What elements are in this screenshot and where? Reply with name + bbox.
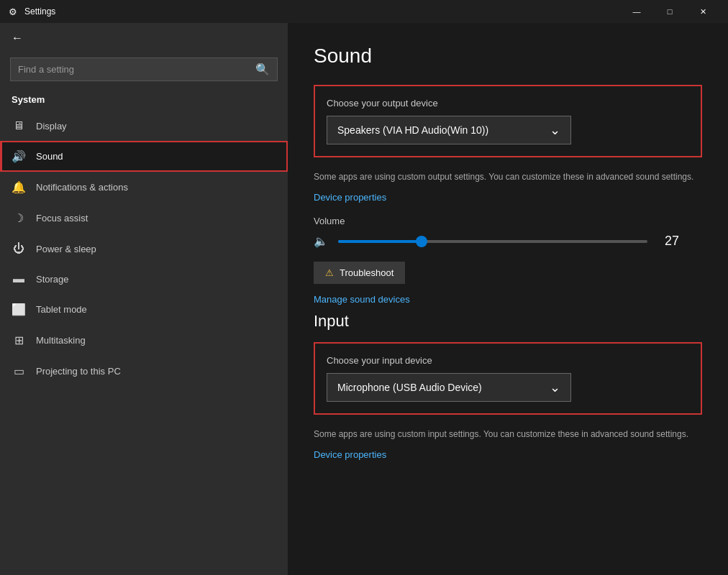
input-section-box: Choose your input device Microphone (USB… [314, 342, 702, 415]
troubleshoot-button[interactable]: ⚠ Troubleshoot [314, 262, 405, 284]
sidebar-item-focus[interactable]: ☽ Focus assist [0, 203, 288, 234]
volume-icon: 🔈 [314, 234, 328, 248]
title-bar-controls: — □ ✕ [620, 0, 719, 23]
system-section-label: System [0, 91, 288, 111]
app-body: ← 🔍 System 🖥 Display 🔊 Sound 🔔 Notificat… [0, 23, 728, 575]
sidebar-item-sound[interactable]: 🔊 Sound [0, 141, 288, 172]
output-section-label: Choose your output device [327, 98, 689, 109]
search-icon: 🔍 [255, 63, 270, 76]
input-device-properties-link[interactable]: Device properties [314, 449, 702, 460]
focus-icon: ☽ [12, 211, 26, 225]
projecting-icon: ▭ [12, 364, 26, 378]
manage-sound-link[interactable]: Manage sound devices [314, 294, 702, 305]
sidebar-item-notifications[interactable]: 🔔 Notifications & actions [0, 172, 288, 203]
title-bar-left: ⚙ Settings [9, 6, 620, 17]
sidebar: ← 🔍 System 🖥 Display 🔊 Sound 🔔 Notificat… [0, 23, 288, 575]
volume-row: 🔈 27 [314, 234, 702, 249]
sidebar-item-projecting-label: Projecting to this PC [36, 366, 121, 377]
display-icon: 🖥 [12, 119, 26, 132]
volume-value: 27 [658, 234, 679, 249]
slider-track [338, 240, 647, 243]
search-input[interactable] [18, 64, 250, 75]
tablet-icon: ⬜ [12, 303, 26, 316]
back-icon: ← [12, 32, 23, 45]
input-section-label: Choose your input device [327, 355, 689, 366]
input-device-dropdown[interactable]: Microphone (USB Audio Device) ⌄ [327, 373, 571, 402]
sidebar-item-multitasking-label: Multitasking [36, 335, 86, 346]
sidebar-item-sound-label: Sound [36, 151, 63, 162]
close-button[interactable]: ✕ [686, 0, 719, 23]
output-device-value: Speakers (VIA HD Audio(Win 10)) [337, 124, 488, 136]
device-properties-link[interactable]: Device properties [314, 192, 702, 203]
multitasking-icon: ⊞ [12, 334, 26, 347]
sidebar-item-power-label: Power & sleep [36, 244, 96, 254]
output-description: Some apps are using custom output settin… [314, 170, 702, 183]
sound-icon: 🔊 [12, 150, 26, 163]
sidebar-item-power[interactable]: ⏻ Power & sleep [0, 234, 288, 264]
notifications-icon: 🔔 [12, 180, 26, 194]
content-area: Sound Choose your output device Speakers… [288, 23, 728, 575]
slider-fill [338, 240, 422, 243]
title-bar-title: Settings [24, 6, 55, 17]
sidebar-item-tablet-label: Tablet mode [36, 304, 87, 315]
search-box[interactable]: 🔍 [10, 58, 278, 81]
volume-slider[interactable] [338, 234, 647, 249]
storage-icon: ▬ [12, 272, 26, 285]
volume-section: Volume 🔈 27 [314, 216, 702, 249]
sidebar-item-display[interactable]: 🖥 Display [0, 111, 288, 141]
troubleshoot-label: Troubleshoot [340, 267, 393, 278]
input-device-value: Microphone (USB Audio Device) [337, 382, 482, 393]
sidebar-item-tablet[interactable]: ⬜ Tablet mode [0, 294, 288, 325]
sidebar-item-display-label: Display [36, 121, 67, 132]
sidebar-item-projecting[interactable]: ▭ Projecting to this PC [0, 356, 288, 387]
page-title: Sound [314, 45, 702, 68]
maximize-button[interactable]: □ [653, 0, 686, 23]
input-section-title: Input [314, 312, 702, 331]
volume-label: Volume [314, 216, 702, 226]
sidebar-item-storage-label: Storage [36, 274, 69, 285]
title-bar: ⚙ Settings — □ ✕ [0, 0, 728, 23]
power-icon: ⏻ [12, 242, 26, 255]
sidebar-item-focus-label: Focus assist [36, 213, 88, 224]
minimize-button[interactable]: — [620, 0, 653, 23]
output-device-dropdown[interactable]: Speakers (VIA HD Audio(Win 10)) ⌄ [327, 116, 571, 144]
input-description: Some apps are using custom input setting… [314, 428, 702, 441]
input-dropdown-icon: ⌄ [550, 380, 560, 395]
troubleshoot-icon: ⚠ [325, 267, 334, 278]
settings-icon: ⚙ [9, 6, 17, 17]
back-button[interactable]: ← [0, 23, 288, 53]
sidebar-item-storage[interactable]: ▬ Storage [0, 264, 288, 294]
output-section-box: Choose your output device Speakers (VIA … [314, 85, 702, 157]
sidebar-item-notifications-label: Notifications & actions [36, 182, 128, 193]
slider-thumb [416, 236, 427, 247]
output-dropdown-icon: ⌄ [550, 122, 560, 138]
sidebar-item-multitasking[interactable]: ⊞ Multitasking [0, 325, 288, 356]
